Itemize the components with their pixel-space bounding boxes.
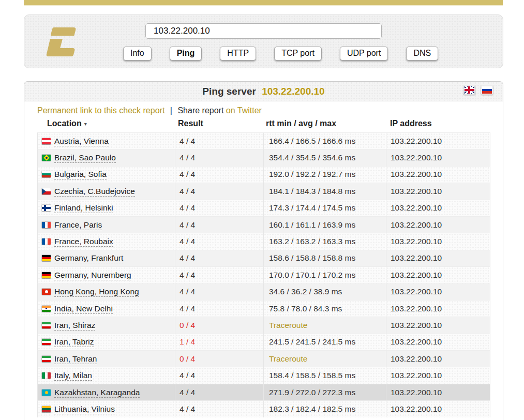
rtt-cell: 163.2 / 163.2 / 163.3 ms [263, 233, 386, 249]
check-button-info[interactable]: Info [123, 47, 152, 61]
ip-address-cell: 103.22.200.10 [386, 367, 490, 383]
check-type-buttons: InfoPingHTTPTCP portUDP portDNS [123, 47, 438, 61]
result-count-cell: 4 / 4 [175, 400, 263, 417]
column-header-rtt: rtt min / avg / max [263, 116, 386, 132]
fr-flag-icon [42, 222, 51, 228]
result-count-cell: 4 / 4 [175, 216, 263, 233]
location-link[interactable]: Germany, Nuremberg [54, 271, 131, 280]
result-row: Italy, Milan4 / 4158.4 / 158.5 / 158.5 m… [37, 367, 490, 383]
ip-address-cell: 103.22.200.10 [386, 166, 490, 183]
ip-address-cell: 103.22.200.10 [386, 250, 490, 266]
location-link[interactable]: Finland, Helsinki [54, 203, 113, 213]
check-button-udp-port[interactable]: UDP port [340, 47, 388, 61]
rtt-cell: 75.8 / 78.0 / 84.3 ms [263, 300, 386, 317]
location-link[interactable]: Iran, Tabriz [54, 337, 94, 347]
column-header-ip: IP address [386, 116, 490, 132]
result-count-cell: 4 / 4 [175, 300, 263, 317]
location-link[interactable]: India, New Delhi [54, 304, 113, 314]
location-cell: Kazakhstan, Karaganda [37, 384, 175, 400]
ip-address-cell: 103.22.200.10 [386, 400, 490, 417]
result-count-cell: 4 / 4 [175, 266, 263, 283]
br-flag-icon [42, 155, 51, 161]
results-tbody: Austria, Vienna4 / 4166.4 / 166.5 / 166.… [37, 132, 490, 417]
rtt-cell: 160.1 / 161.1 / 163.9 ms [263, 216, 386, 233]
links-separator: | [170, 106, 172, 115]
de-flag-icon [42, 255, 51, 261]
location-link[interactable]: Hong Kong, Hong Kong [54, 287, 139, 297]
result-row: Germany, Nuremberg4 / 4170.0 / 170.1 / 1… [37, 266, 490, 283]
result-row: Iran, Tabriz1 / 4241.5 / 241.5 / 241.5 m… [37, 334, 490, 350]
lt-flag-icon [42, 406, 51, 412]
ip-address-cell: 103.22.200.10 [386, 233, 490, 249]
hk-flag-icon [42, 289, 51, 295]
result-row: Iran, Shiraz0 / 4Traceroute103.22.200.10 [37, 317, 490, 333]
location-cell: Lithuania, Vilnius [37, 400, 175, 417]
location-link[interactable]: France, Roubaix [54, 237, 113, 247]
result-row: France, Roubaix4 / 4163.2 / 163.2 / 163.… [37, 233, 490, 249]
rtt-cell: 182.3 / 182.4 / 182.5 ms [263, 400, 386, 417]
result-count-cell: 0 / 4 [175, 350, 263, 367]
location-link[interactable]: Germany, Frankfurt [54, 253, 123, 263]
location-link[interactable]: Brazil, Sao Paulo [54, 153, 116, 163]
location-cell: Hong Kong, Hong Kong [37, 283, 175, 300]
location-cell: Brazil, Sao Paulo [37, 149, 175, 166]
uk-flag-icon[interactable] [463, 85, 475, 95]
result-count-cell: 0 / 4 [175, 317, 263, 333]
location-link[interactable]: Austria, Vienna [54, 137, 109, 146]
result-row: Bulgaria, Sofia4 / 4192.0 / 192.2 / 192.… [37, 166, 490, 183]
ip-address-cell: 103.22.200.10 [386, 283, 490, 300]
page-title-host: 103.22.200.10 [262, 86, 325, 97]
location-cell: Germany, Nuremberg [37, 266, 175, 283]
traceroute-link[interactable]: Traceroute [269, 354, 307, 363]
rtt-cell: 34.6 / 36.2 / 38.9 ms [263, 283, 386, 300]
result-count-cell: 4 / 4 [175, 283, 263, 300]
host-input[interactable] [145, 23, 382, 39]
check-button-tcp-port[interactable]: TCP port [274, 47, 322, 61]
location-link[interactable]: Iran, Shiraz [54, 321, 95, 331]
share-on-twitter-link[interactable]: on Twitter [226, 106, 262, 115]
result-row: Finland, Helsinki4 / 4174.3 / 174.4 / 17… [37, 200, 490, 216]
traceroute-link[interactable]: Traceroute [269, 321, 307, 329]
ip-address-cell: 103.22.200.10 [386, 384, 490, 400]
check-button-dns[interactable]: DNS [406, 47, 438, 61]
location-cell: Iran, Tehran [37, 350, 175, 367]
ru-flag-icon[interactable] [481, 85, 493, 95]
in-flag-icon [42, 306, 51, 312]
result-row: India, New Delhi4 / 475.8 / 78.0 / 84.3 … [37, 300, 490, 317]
location-link[interactable]: Bulgaria, Sofia [54, 170, 107, 179]
ping-results-table: Location▾ Result rtt min / avg / max IP … [37, 116, 490, 417]
check-host-logo-icon [41, 24, 78, 61]
rtt-cell: 192.0 / 192.2 / 192.7 ms [263, 166, 386, 183]
rtt-cell: 184.1 / 184.3 / 184.8 ms [263, 183, 386, 199]
result-count-cell: 4 / 4 [175, 132, 263, 149]
column-header-location[interactable]: Location▾ [37, 116, 175, 132]
result-count-cell: 4 / 4 [175, 166, 263, 183]
location-link[interactable]: Kazakhstan, Karaganda [54, 388, 140, 398]
sort-caret-icon: ▾ [84, 121, 87, 127]
location-link[interactable]: France, Paris [54, 220, 102, 230]
check-button-http[interactable]: HTTP [220, 47, 256, 61]
rtt-cell: 158.6 / 158.8 / 158.8 ms [263, 250, 386, 266]
check-button-ping[interactable]: Ping [170, 47, 202, 61]
search-panel: InfoPingHTTPTCP portUDP portDNS [24, 14, 503, 68]
language-switcher [463, 85, 493, 95]
location-cell: Austria, Vienna [37, 132, 175, 149]
ir-flag-icon [42, 322, 51, 328]
fr-flag-icon [42, 238, 51, 245]
ip-address-cell: 103.22.200.10 [386, 300, 490, 317]
result-row: Iran, Tehran0 / 4Traceroute103.22.200.10 [37, 350, 490, 367]
column-header-result: Result [175, 116, 263, 132]
permanent-link[interactable]: Permanent link to this check report [37, 106, 164, 115]
ip-address-cell: 103.22.200.10 [386, 200, 490, 216]
location-link[interactable]: Czechia, C.Budejovice [54, 187, 135, 197]
page-title-prefix: Ping server [202, 86, 256, 97]
ip-address-cell: 103.22.200.10 [386, 350, 490, 367]
page-title: Ping server 103.22.200.10 [24, 82, 503, 101]
result-count-cell: 4 / 4 [175, 149, 263, 166]
location-link[interactable]: Lithuania, Vilnius [54, 404, 115, 414]
location-cell: Czechia, C.Budejovice [37, 183, 175, 199]
location-link[interactable]: Iran, Tehran [54, 354, 97, 364]
ip-address-cell: 103.22.200.10 [386, 216, 490, 233]
location-link[interactable]: Italy, Milan [54, 371, 92, 381]
ip-address-cell: 103.22.200.10 [386, 334, 490, 350]
